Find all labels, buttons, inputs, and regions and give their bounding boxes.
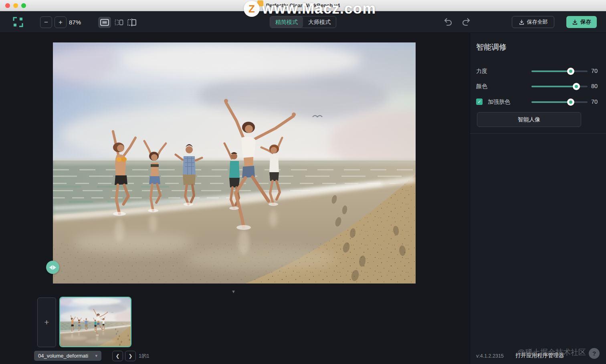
adjustment-sidebar: 智能调修 力度 70 颜色 80 ✓ 加强肤色 70 (470, 33, 606, 364)
main-toolbar: − + 87% 精简模式 大师模式 (0, 11, 606, 33)
slider-label-skin-tone: 加强肤色 (488, 99, 510, 106)
sidebar-divider (470, 133, 606, 134)
color-slider[interactable] (531, 86, 588, 87)
download-icon (572, 19, 578, 25)
tab-simple-mode[interactable]: 精简模式 (270, 16, 303, 28)
compare-view-icon (127, 18, 137, 27)
app-logo-crop-icon (12, 16, 24, 28)
split-view-button[interactable] (113, 17, 125, 28)
slider-fill (531, 70, 571, 72)
slider-handle[interactable] (567, 99, 574, 106)
slider-handle[interactable] (573, 83, 580, 90)
chevron-down-icon: ▾ (95, 353, 97, 358)
undo-button[interactable] (442, 17, 453, 27)
color-slider-row: 颜色 80 (470, 82, 606, 91)
strength-slider-row: 力度 70 (470, 67, 606, 76)
help-button[interactable]: ? (589, 348, 600, 359)
save-all-button[interactable]: 保存全部 (512, 16, 554, 28)
zoom-out-button[interactable]: − (40, 16, 52, 28)
window-titlebar: Perfectly Clear WorkBench v4 (0, 0, 606, 11)
strength-slider[interactable] (531, 70, 588, 72)
slider-fill (531, 86, 576, 87)
single-view-button[interactable] (98, 17, 111, 28)
workspace: ▼ + 04_volume_deformati ▾ ❮ ❯ 1的1 智能调修 力… (0, 33, 606, 364)
slider-value-skin-tone: 70 (591, 99, 598, 105)
filmstrip-collapse-caret[interactable]: ▼ (231, 289, 236, 294)
filmstrip-thumbnail-selected[interactable] (59, 297, 131, 347)
download-icon (519, 19, 525, 25)
compare-right-arrow-icon (53, 265, 56, 270)
compare-view-button[interactable] (125, 17, 138, 28)
save-all-label: 保存全部 (527, 18, 548, 26)
single-view-icon (100, 18, 109, 26)
photo-preview[interactable] (53, 42, 416, 284)
skin-tone-slider[interactable] (531, 101, 588, 103)
smart-portrait-button[interactable]: 智能人像 (477, 112, 581, 127)
save-button[interactable]: 保存 (566, 16, 597, 28)
slider-handle[interactable] (567, 68, 574, 75)
image-position-label: 1的1 (139, 353, 149, 360)
compare-left-arrow-icon (49, 265, 53, 270)
slider-value-color: 80 (591, 83, 598, 89)
slider-label-color: 颜色 (476, 83, 487, 90)
before-after-compare-toggle[interactable] (46, 261, 59, 274)
zoom-in-button[interactable]: + (55, 16, 67, 28)
current-filename: 04_volume_deformati (38, 353, 95, 359)
thumbnail-image (60, 298, 131, 346)
zoom-level: 87% (69, 19, 81, 26)
mode-tabs: 精简模式 大师模式 (270, 16, 336, 28)
save-label: 保存 (580, 18, 591, 26)
app-version: v:4.1.2.2315 (476, 353, 504, 359)
next-image-button[interactable]: ❯ (125, 351, 136, 361)
skin-tone-slider-row: ✓ 加强肤色 70 (470, 98, 606, 107)
skin-tone-checkbox[interactable]: ✓ (476, 99, 483, 105)
redo-button[interactable] (461, 17, 472, 27)
panel-title: 智能调修 (476, 42, 507, 52)
window-title: Perfectly Clear WorkBench v4 (0, 2, 606, 8)
slider-fill (531, 101, 571, 103)
previous-image-button[interactable]: ❮ (112, 351, 123, 361)
split-view-icon (114, 18, 124, 26)
slider-value-strength: 70 (591, 68, 598, 74)
filename-dropdown[interactable]: 04_volume_deformati ▾ (34, 351, 101, 361)
slider-label-strength: 力度 (476, 68, 487, 75)
open-app-manager-link[interactable]: 打开应用程序管理器 (515, 352, 564, 359)
canvas-area: ▼ + 04_volume_deformati ▾ ❮ ❯ 1的1 (0, 33, 470, 364)
tab-master-mode[interactable]: 大师模式 (303, 16, 336, 28)
add-image-button[interactable]: + (37, 298, 56, 347)
